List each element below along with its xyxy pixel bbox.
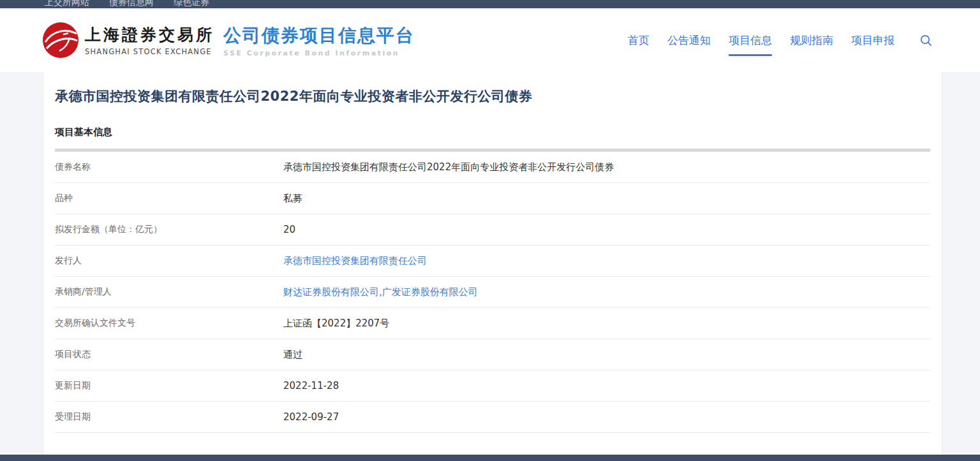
field-label: 交易所确认文件文号 bbox=[55, 318, 283, 329]
sse-logo[interactable]: 上海證券交易所 SHANGHAI STOCK EXCHANGE 公司债券项目信息… bbox=[42, 22, 415, 59]
table-row-issuer: 发行人 承德市国控投资集团有限责任公司 bbox=[55, 245, 930, 277]
field-label: 更新日期 bbox=[55, 380, 283, 391]
page-title: 承德市国控投资集团有限责任公司2022年面向专业投资者非公开发行公司债券 bbox=[55, 72, 930, 105]
top-utility-bar: 上交所网站 债券信息网 绿色证券 bbox=[0, 0, 980, 8]
table-row-planned-amount: 拟发行金额（单位：亿元） 20 bbox=[55, 214, 930, 245]
nav-item-home[interactable]: 首页 bbox=[628, 33, 650, 48]
field-value: 承德市国控投资集团有限责任公司2022年面向专业投资者非公开发行公司债券 bbox=[283, 161, 614, 173]
platform-title: 公司债券项目信息平台 SSE Corporate Bond Informatio… bbox=[223, 24, 415, 57]
issuer-link[interactable]: 承德市国控投资集团有限责任公司 bbox=[283, 255, 427, 267]
nav-item-rules-guide[interactable]: 规则指南 bbox=[790, 33, 833, 48]
table-row-update-date: 更新日期 2022-11-28 bbox=[55, 370, 930, 402]
search-icon[interactable] bbox=[920, 34, 933, 47]
main-nav: 首页 公告通知 项目信息 规则指南 项目申报 bbox=[610, 33, 933, 48]
nav-item-announcements[interactable]: 公告通知 bbox=[667, 33, 711, 48]
field-value: 20 bbox=[283, 224, 295, 235]
table-row-underwriter: 承销商/管理人 财达证券股份有限公司,广发证券股份有限公司 bbox=[55, 277, 930, 308]
field-value: 2022-11-28 bbox=[283, 380, 339, 391]
field-label: 受理日期 bbox=[55, 411, 283, 423]
page-body: 承德市国控投资集团有限责任公司2022年面向专业投资者非公开发行公司债券 项目基… bbox=[0, 72, 980, 455]
table-row-acceptance-date: 受理日期 2022-09-27 bbox=[55, 402, 930, 433]
topbar-link-sse-site[interactable]: 上交所网站 bbox=[45, 0, 89, 8]
field-value: 私募 bbox=[283, 193, 302, 205]
table-row-variety: 品种 私募 bbox=[55, 183, 930, 214]
topbar-link-green-securities[interactable]: 绿色证券 bbox=[174, 0, 209, 8]
field-label: 品种 bbox=[55, 193, 283, 204]
topbar-link-bond-info[interactable]: 债券信息网 bbox=[109, 0, 154, 8]
nav-item-project-info[interactable]: 项目信息 bbox=[729, 33, 772, 48]
field-label: 发行人 bbox=[55, 255, 283, 267]
field-label: 债券名称 bbox=[55, 161, 283, 173]
project-detail-card: 承德市国控投资集团有限责任公司2022年面向专业投资者非公开发行公司债券 项目基… bbox=[43, 72, 942, 455]
platform-english-title: SSE Corporate Bond Information bbox=[223, 49, 415, 57]
field-value: 上证函【2022】2207号 bbox=[283, 318, 389, 330]
status-value: 通过 bbox=[283, 349, 302, 361]
table-row-confirmation-doc: 交易所确认文件文号 上证函【2022】2207号 bbox=[55, 308, 930, 339]
logo-chinese-name: 上海證券交易所 bbox=[85, 24, 214, 45]
nav-item-project-application[interactable]: 项目申报 bbox=[851, 33, 895, 48]
logo-text: 上海證券交易所 SHANGHAI STOCK EXCHANGE bbox=[85, 24, 214, 56]
section-title-basic-info: 项目基本信息 bbox=[55, 126, 930, 138]
project-info-table: 债券名称 承德市国控投资集团有限责任公司2022年面向专业投资者非公开发行公司债… bbox=[55, 152, 930, 433]
footer-bar bbox=[0, 455, 980, 461]
logo-english-name: SHANGHAI STOCK EXCHANGE bbox=[85, 47, 214, 56]
platform-chinese-title: 公司债券项目信息平台 bbox=[223, 24, 415, 48]
site-header: 上海證券交易所 SHANGHAI STOCK EXCHANGE 公司债券项目信息… bbox=[0, 8, 980, 72]
field-label: 承销商/管理人 bbox=[55, 286, 283, 298]
field-label: 项目状态 bbox=[55, 349, 283, 360]
sse-emblem-icon bbox=[42, 22, 79, 59]
underwriter-link[interactable]: 财达证券股份有限公司,广发证券股份有限公司 bbox=[283, 286, 478, 298]
field-label: 拟发行金额（单位：亿元） bbox=[55, 224, 283, 235]
table-row-project-status: 项目状态 通过 bbox=[55, 339, 930, 370]
table-row-bond-name: 债券名称 承德市国控投资集团有限责任公司2022年面向专业投资者非公开发行公司债… bbox=[55, 152, 930, 183]
field-value: 2022-09-27 bbox=[283, 411, 339, 423]
